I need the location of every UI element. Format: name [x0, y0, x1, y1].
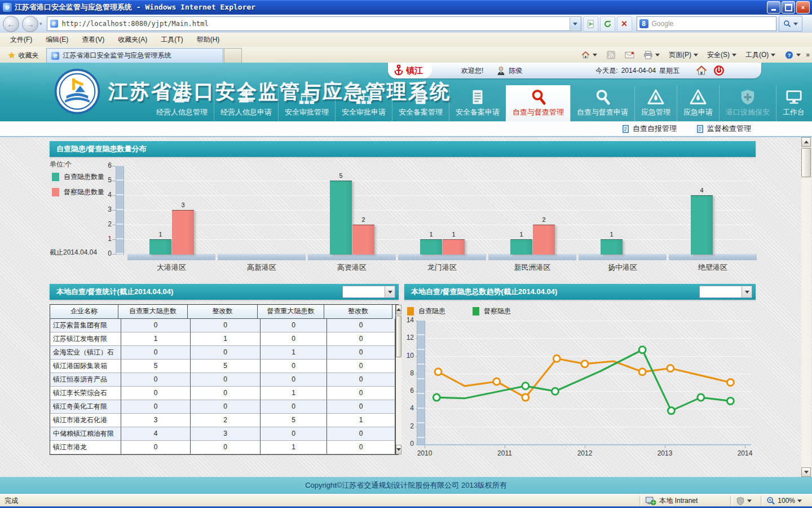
welcome-label: 欢迎您!	[461, 66, 483, 76]
maximize-button[interactable]	[782, 1, 795, 14]
nav-item[interactable]: 自查与督查管理	[506, 85, 570, 121]
close-button[interactable]: ×	[796, 1, 810, 14]
minimize-icon	[771, 9, 776, 11]
main-nav: 经营人信息管理经营人信息申请安全审批管理安全审批申请安全备案管理安全备案申请自查…	[150, 85, 811, 121]
search-button[interactable]	[779, 16, 802, 32]
trend-data-point	[639, 347, 646, 353]
search-input[interactable]	[651, 19, 776, 28]
page-menu-button[interactable]: 页面(P)	[665, 48, 702, 62]
nav-item[interactable]: 自查与督查申请	[570, 85, 634, 121]
trend-data-point	[522, 394, 529, 401]
page-scroll-up-button[interactable]	[801, 137, 811, 147]
svg-text:?: ?	[788, 52, 791, 58]
nav-item[interactable]: 经营人信息申请	[214, 85, 278, 121]
subnav-item[interactable]: 监督检查管理	[696, 124, 751, 134]
nav-item-label: 工作台	[783, 107, 805, 117]
maximize-icon	[785, 4, 792, 11]
today-weekday: 星期五	[659, 66, 679, 76]
url-dropdown-button[interactable]	[570, 17, 581, 30]
nav-item-label: 自查与督查管理	[513, 107, 564, 117]
browser-tab[interactable]: e 江苏省港口安全监管与应急管理系统	[46, 48, 223, 63]
minimize-button[interactable]	[767, 1, 780, 14]
home-button[interactable]	[577, 48, 601, 62]
nav-item[interactable]: 应急申请	[677, 85, 719, 121]
nav-item[interactable]: 安全审批管理	[278, 85, 335, 121]
page-scrollbar[interactable]	[801, 137, 811, 477]
page-scroll-down-button[interactable]	[801, 467, 811, 477]
nav-item[interactable]: 安全审批申请	[335, 85, 392, 121]
new-tab-button[interactable]	[224, 48, 242, 63]
print-button[interactable]	[639, 48, 664, 62]
browser-window: e 江苏省港口安全监管与应急管理系统 - Windows Internet Ex…	[0, 0, 812, 508]
user-name: 陈俊	[509, 66, 522, 76]
security-zone-label: 本地 Intranet	[659, 496, 727, 506]
people-icon	[174, 89, 191, 106]
trend-data-point	[727, 397, 734, 404]
nav-item[interactable]: 工作台	[776, 85, 811, 121]
forward-button[interactable]: →	[22, 16, 38, 32]
safety-menu-button[interactable]: 安全(S)	[703, 48, 740, 62]
menu-item[interactable]: 工具(T)	[154, 33, 189, 46]
nav-item[interactable]: 安全备案申请	[449, 85, 506, 121]
app-header: 江苏省港口安全监管与应急管理系统 镇江 欢迎您! 陈俊	[0, 63, 812, 121]
mail-button[interactable]	[621, 48, 638, 62]
trend-x-tick-label: 2011	[488, 449, 522, 458]
nav-item[interactable]: 经营人信息管理	[150, 85, 214, 121]
nav-item-label: 安全备案管理	[399, 107, 443, 117]
nav-item-label: 应急管理	[641, 107, 670, 117]
page-icon: e	[50, 20, 58, 28]
url-input[interactable]	[61, 17, 570, 30]
favorites-label: 收藏夹	[18, 51, 38, 60]
help-button[interactable]: ?	[780, 48, 805, 62]
subnav-item-label: 自查自报管理	[633, 124, 677, 134]
region-strip: 镇江 欢迎您! 陈俊 今天是: 2014-04-04 星期五	[388, 63, 761, 78]
ie-icon: e	[3, 3, 12, 12]
home-icon[interactable]	[695, 65, 708, 76]
menu-item[interactable]: 查看(V)	[75, 33, 111, 46]
favorites-bar: ★ 收藏夹 e 江苏省港口安全监管与应急管理系统 页面(P) 安全(S	[0, 47, 812, 63]
report-icon	[696, 125, 704, 133]
warning-icon	[647, 89, 664, 106]
nav-item[interactable]: 港口设施保安	[719, 85, 776, 121]
tools-menu-button[interactable]: 工具(O)	[742, 48, 779, 62]
compatibility-view-button[interactable]	[583, 16, 598, 32]
overflow-chevron-icon[interactable]: »	[806, 51, 810, 59]
menu-item[interactable]: 帮助(H)	[190, 33, 227, 46]
trend-x-tick-label: 2012	[568, 449, 602, 458]
warning-icon	[690, 89, 707, 106]
trend-data-point	[433, 394, 440, 401]
menu-item[interactable]: 文件(F)	[3, 33, 39, 46]
trend-data-point	[581, 361, 588, 367]
history-dropdown-icon[interactable]: ▾	[39, 21, 42, 27]
star-icon: ★	[8, 50, 15, 60]
stop-button[interactable]: ×	[617, 16, 632, 32]
logout-power-icon[interactable]	[713, 65, 725, 76]
back-button[interactable]: ←	[3, 16, 19, 32]
menu-item[interactable]: 收藏夹(A)	[111, 33, 154, 46]
workbench-icon	[785, 89, 802, 106]
subnav-item[interactable]: 自查自报管理	[621, 124, 677, 134]
zoom-dropdown-icon[interactable]	[797, 500, 802, 502]
page-scroll-thumb[interactable]	[801, 148, 811, 177]
window-title: 江苏省港口安全监管与应急管理系统 - Windows Internet Expl…	[15, 2, 255, 12]
nav-item[interactable]: 安全备案管理	[392, 85, 449, 121]
trend-x-tick-label: 2010	[408, 449, 442, 458]
menu-item[interactable]: 编辑(E)	[39, 33, 75, 46]
search-options-icon[interactable]	[793, 23, 798, 25]
search-box: 8	[637, 16, 776, 31]
title-bar: e 江苏省港口安全监管与应急管理系统 - Windows Internet Ex…	[0, 0, 812, 15]
trend-lines	[404, 316, 756, 449]
protected-mode-icon[interactable]	[736, 497, 745, 505]
nav-item[interactable]: 应急管理	[634, 85, 677, 121]
region-name: 镇江	[406, 65, 423, 76]
trend-data-point	[727, 379, 734, 386]
refresh-button[interactable]	[600, 16, 615, 32]
zoom-level-label[interactable]: 100%	[778, 497, 795, 505]
protected-mode-dropdown-icon[interactable]	[747, 500, 752, 502]
feeds-button[interactable]	[602, 48, 620, 62]
page-scroll-track[interactable]	[801, 147, 811, 467]
favorites-button[interactable]: ★ 收藏夹	[2, 49, 44, 62]
google-icon: 8	[639, 19, 648, 28]
trend-data-point	[493, 378, 500, 385]
people-icon	[238, 89, 255, 106]
